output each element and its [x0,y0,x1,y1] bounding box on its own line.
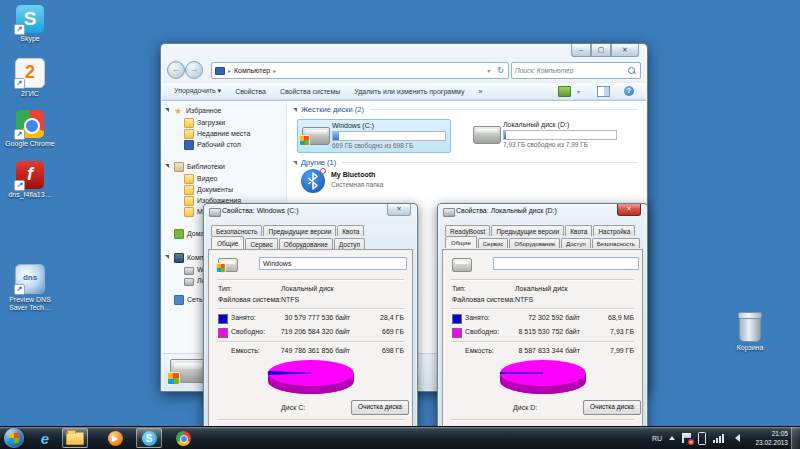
error-badge: ✕ [688,439,694,445]
desktop-icon-dns-saver[interactable]: dns↗ Preview DNS Saver Tech… [2,264,58,312]
sidebar-item-favorites[interactable]: ★Избранное [174,105,221,116]
tab-customize[interactable]: Настройка [593,225,635,236]
sidebar-item-documents[interactable]: Документы [184,184,233,195]
desktop-icon-2gis[interactable]: 2↗ 2ГИС [2,58,58,98]
taskbar-skype[interactable]: S [136,428,162,448]
show-hidden-icons-button[interactable] [669,436,675,440]
tab-sharing[interactable]: Доступ [334,238,365,249]
used-size: 28,4 ГБ [364,314,404,321]
documents-icon [184,185,194,195]
desktop-icon-recycle-bin[interactable]: Корзина [722,314,778,352]
skype-icon: S↗ [16,5,44,33]
free-swatch [452,328,462,338]
minimize-button[interactable]: – [571,44,591,57]
search-input[interactable] [512,67,628,74]
group-header-other[interactable]: Другие (1) [287,158,646,167]
breadcrumb[interactable]: Компьютер [234,67,270,74]
tab-sharing[interactable]: Доступ [561,238,591,248]
properties-button[interactable]: Свойства [235,88,266,95]
tab-quota[interactable]: Квота [565,225,592,236]
drive-icon [184,278,194,286]
tab-tools[interactable]: Сервис [478,238,509,248]
organize-button[interactable]: Упорядочить ▾ [174,87,221,95]
taskbar-chrome[interactable] [170,428,196,448]
forward-button[interactable]: → [185,61,203,79]
address-dropdown-icon[interactable]: ▾ [484,67,493,74]
breadcrumb-chevron-icon[interactable]: ▸ [270,67,279,74]
taskbar-clock[interactable]: 21:05 23.02.2013 [755,429,788,447]
close-button[interactable]: ✕ [387,204,411,216]
volume-icon[interactable] [731,434,740,442]
taskbar-ie[interactable]: e [32,428,58,448]
show-desktop-button[interactable] [791,427,800,449]
search-box[interactable] [511,62,641,79]
drive-usage-bar [332,131,446,141]
tab-readyboost[interactable]: ReadyBoost [445,225,490,236]
tab-previous-versions[interactable]: Предыдущие версии [263,225,336,236]
help-icon[interactable]: ? [624,86,634,96]
back-button[interactable]: ← [167,61,185,79]
language-indicator[interactable]: RU [652,435,662,442]
shortcut-arrow-icon: ↗ [14,78,25,89]
desktop-icon-chrome[interactable]: ↗ Google Chrome [2,110,58,148]
views-button[interactable]: ▾ [558,86,583,97]
tab-hardware[interactable]: Оборудование [509,238,560,248]
expander-icon[interactable] [165,164,169,168]
desktop-icon [184,140,194,150]
uninstall-program-button[interactable]: Удалить или изменить программу [354,88,464,95]
drive-icon [443,208,455,217]
drive-usage-bar [503,130,617,140]
expander-icon[interactable] [165,108,169,112]
group-header-hdd[interactable]: Жесткие диски (2) [287,105,646,114]
capacity-label: Емкость: [231,347,260,354]
sidebar-item-downloads[interactable]: Загрузки [184,117,225,128]
tab-previous-versions[interactable]: Предыдущие версии [491,225,564,236]
network-signal-icon[interactable] [713,434,724,443]
volume-label-input[interactable] [259,257,407,270]
desktop-icon-skype[interactable]: S↗ Skype [2,5,58,43]
disk-cleanup-button[interactable]: Очистка диска [351,400,409,415]
sidebar-item-desktop[interactable]: Рабочий стол [184,139,241,150]
tab-row-back: ReadyBoost Предыдущие версии Квота Настр… [445,225,635,236]
expander-icon[interactable] [165,255,169,259]
toolbar-overflow-button[interactable]: » [478,88,482,95]
tab-tools[interactable]: Сервис [245,238,277,249]
sidebar-item-recent[interactable]: Недавние места [184,128,250,139]
separator [451,341,634,343]
address-bar[interactable]: ▸ Компьютер ▸ ▾ ↻ [211,62,509,79]
tab-general[interactable]: Общие [445,236,477,248]
free-size: 669 ГБ [364,328,404,335]
disk-label: Диск C: [281,404,305,411]
computer-icon [215,67,225,75]
tab-security[interactable]: Безопасность [592,238,640,248]
recent-places-icon [184,129,194,139]
desktop-icon-flash[interactable]: f↗ dns_f4fla13… [2,161,58,199]
taskbar-media-player[interactable]: ▶ [102,428,128,448]
sidebar-item-video[interactable]: Видео [184,173,217,184]
collapse-icon [293,161,297,165]
views-icon [558,86,571,97]
maximize-button[interactable]: ▢ [591,44,611,57]
tab-quota[interactable]: Квота [337,225,364,236]
drive-tile-d[interactable]: Локальный диск (D:) 7,93 ГБ свободно из … [469,119,629,151]
start-button[interactable] [4,428,24,448]
sidebar-item-libraries[interactable]: Библиотеки [174,161,225,172]
filesystem-value: NTFS [281,296,299,303]
tab-hardware[interactable]: Оборудование [279,238,333,249]
device-icon[interactable] [698,432,706,445]
separator [451,308,634,310]
close-button[interactable]: ✕ [611,44,639,57]
close-button[interactable]: ✕ [617,204,641,216]
volume-label-input[interactable] [493,257,639,270]
action-center-icon[interactable]: ✕ [682,433,691,443]
taskbar-explorer[interactable] [62,428,88,448]
preview-pane-icon[interactable] [597,86,610,97]
refresh-icon[interactable]: ↻ [493,66,508,75]
drive-tile-c[interactable]: Windows (C:) 669 ГБ свободно из 698 ГБ [297,119,451,153]
system-properties-button[interactable]: Свойства системы [280,88,340,95]
flash-icon: f↗ [16,161,44,189]
tab-general[interactable]: Общие [211,236,244,249]
tab-security[interactable]: Безопасность [211,225,262,236]
sidebar-item-network[interactable]: Сеть [174,294,203,305]
disk-cleanup-button[interactable]: Очистка диска [583,400,641,415]
